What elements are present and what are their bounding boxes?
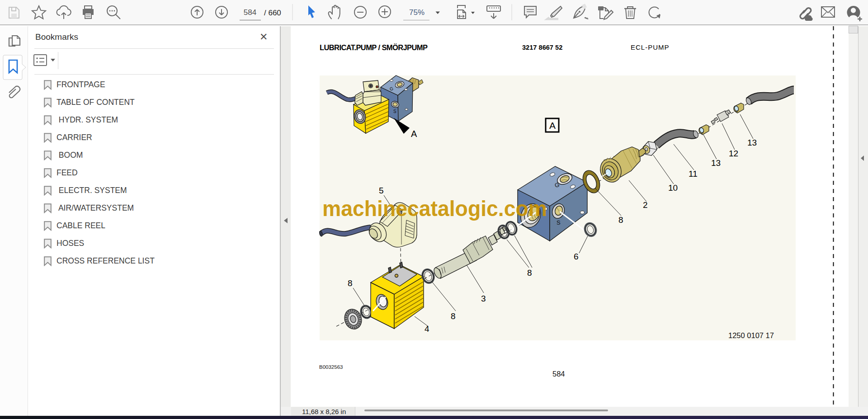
svg-text:13: 13 <box>747 138 757 147</box>
svg-text:8: 8 <box>527 268 532 278</box>
svg-text:1250 0107 17: 1250 0107 17 <box>728 331 774 339</box>
svg-text:A: A <box>549 120 556 131</box>
svg-text:13: 13 <box>711 158 721 168</box>
svg-text:LUBRICAT.PUMP / SMÖRJPUMP: LUBRICAT.PUMP / SMÖRJPUMP <box>320 43 428 52</box>
svg-text:A: A <box>411 129 417 139</box>
svg-text:8: 8 <box>618 215 623 225</box>
svg-text:75%: 75% <box>409 8 425 17</box>
svg-text:ECL-PUMP: ECL-PUMP <box>631 43 670 51</box>
svg-text:machinecatalogic.com: machinecatalogic.com <box>322 197 547 221</box>
svg-text:8: 8 <box>348 278 353 288</box>
svg-text:584: 584 <box>244 8 256 17</box>
svg-text:B0032563: B0032563 <box>319 364 343 370</box>
svg-text:3: 3 <box>481 294 486 303</box>
svg-text:/ 660: / 660 <box>264 9 281 17</box>
svg-text:5: 5 <box>379 186 384 195</box>
svg-text:4: 4 <box>425 324 429 334</box>
svg-text:3217 8667 52: 3217 8667 52 <box>522 44 562 51</box>
svg-text:11: 11 <box>689 169 698 179</box>
svg-text:S: S <box>557 219 561 226</box>
svg-text:2: 2 <box>643 200 648 210</box>
svg-text:12: 12 <box>729 149 738 158</box>
svg-text:584: 584 <box>552 370 565 378</box>
svg-text:8: 8 <box>451 311 456 321</box>
svg-text:10: 10 <box>668 183 678 193</box>
svg-text:6: 6 <box>574 252 579 261</box>
svg-text:S: S <box>393 109 396 114</box>
